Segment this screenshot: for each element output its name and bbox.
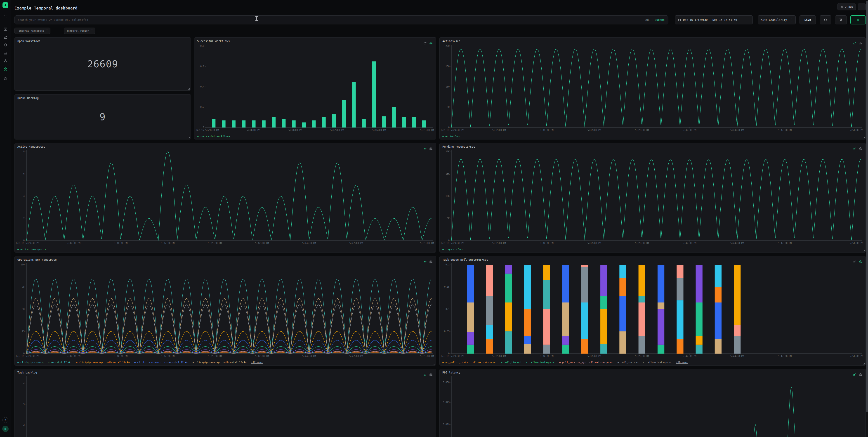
legend-item[interactable]: — action/sec: [442, 135, 460, 138]
filter-temporal-namespace[interactable]: Temporal namespace ⌃⌄: [14, 28, 51, 34]
svg-text:8: 8: [23, 150, 25, 153]
axiom-logo-icon[interactable]: [2, 2, 8, 8]
line-chart-toggle[interactable]: [852, 147, 857, 151]
svg-text:Dec 16 5:29:30 PM: Dec 16 5:29:30 PM: [16, 355, 39, 357]
svg-text:5:51:00 PM: 5:51:00 PM: [420, 129, 434, 131]
svg-text:5:51:00 PM: 5:51:00 PM: [850, 129, 863, 131]
operations-per-namespace-chart[interactable]: 0255075100Dec 16 5:29:30 PM5:32:00 PM5:3…: [16, 262, 434, 358]
stat-value: 9: [15, 94, 191, 139]
svg-text:5:46:00 PM: 5:46:00 PM: [372, 129, 386, 131]
filter-label: Temporal region: [67, 29, 89, 32]
run-query-button[interactable]: [850, 15, 866, 24]
help-button[interactable]: ?: [2, 417, 8, 423]
svg-text:5:47:00 PM: 5:47:00 PM: [349, 242, 363, 244]
resize-handle[interactable]: [434, 363, 435, 365]
panel-title: Pending requests/sec: [442, 145, 475, 148]
resize-handle[interactable]: [434, 137, 435, 138]
svg-text:5:44:30 PM: 5:44:30 PM: [730, 242, 744, 244]
active-namespaces-chart[interactable]: 02468Dec 16 5:29:30 PM5:32:00 PM5:34:30 …: [16, 149, 434, 246]
resize-handle[interactable]: [188, 88, 190, 90]
svg-text:0: 0: [23, 352, 25, 355]
text-cursor: [255, 16, 258, 21]
line-chart-toggle[interactable]: [423, 373, 427, 376]
dashboards-icon[interactable]: [3, 66, 8, 71]
kebab-menu-button[interactable]: ⋮: [858, 3, 866, 10]
line-chart-toggle[interactable]: [423, 260, 427, 263]
edit-filters-button[interactable]: [835, 15, 847, 24]
refresh-button[interactable]: [819, 15, 831, 24]
resize-handle[interactable]: [188, 137, 190, 138]
stream-icon[interactable]: [3, 51, 8, 55]
legend-item[interactable]: — clickpipes-aws-p..outheast-2.12c4n: [76, 361, 129, 364]
legend-item[interactable]: — clickpipes-aws-p..-us-east-1.12c4n: [134, 361, 188, 364]
legend-item[interactable]: — poll_success · c..-flow-task-queue: [618, 361, 671, 364]
filter-temporal-region[interactable]: Temporal region ⌃⌄: [64, 28, 95, 34]
bar-chart-toggle[interactable]: [429, 147, 433, 151]
line-chart-toggle[interactable]: [852, 41, 857, 45]
resize-handle[interactable]: [434, 250, 435, 251]
legend-more-link[interactable]: +56 more: [676, 361, 688, 364]
p95-latency-chart[interactable]: 0.0380.0290.019: [440, 375, 864, 437]
actions-per-sec-chart[interactable]: 050100150200Dec 16 5:29:30 PM5:32:00 PM5…: [440, 43, 864, 132]
granularity-value: Auto Granularity: [761, 18, 787, 22]
task-queue-poll-outcomes-chart[interactable]: 00.050.10.150.2Dec 16 5:29:30 PM5:32:00 …: [440, 262, 864, 358]
line-chart-toggle[interactable]: [852, 373, 857, 376]
date-range-picker[interactable]: Dec 16 17:29:30 - Dec 16 17:51:30: [675, 15, 753, 24]
settings-gear-icon[interactable]: [3, 76, 8, 81]
user-avatar[interactable]: D: [2, 426, 8, 432]
svg-text:5:32:00 PM: 5:32:00 PM: [492, 242, 506, 244]
query-icon[interactable]: [3, 35, 8, 39]
legend-item[interactable]: — requests/sec: [442, 248, 463, 251]
svg-text:5:47:00 PM: 5:47:00 PM: [778, 129, 792, 131]
legend-item[interactable]: — poll_timeout · c..-flow-task-queue: [501, 361, 555, 364]
legend-item[interactable]: — clickpipes-aws-p..outheast-2.12c4n: [193, 361, 246, 364]
live-button[interactable]: Live: [800, 15, 816, 24]
monitors-bell-icon[interactable]: [3, 42, 8, 48]
sidebar: ? D: [0, 0, 11, 437]
svg-text:5:34:30 PM: 5:34:30 PM: [114, 242, 127, 244]
bar-chart-toggle[interactable]: [429, 260, 433, 263]
datasets-icon[interactable]: [3, 27, 8, 32]
legend-more-link[interactable]: +12 more: [251, 361, 263, 364]
task-backlog-chart[interactable]: 432: [16, 375, 434, 437]
dashboard-page: ? D Example Temporal dashboard 0 Tags ⋮ …: [0, 0, 868, 437]
svg-text:5:51:00 PM: 5:51:00 PM: [420, 242, 434, 244]
svg-text:5:42:00 PM: 5:42:00 PM: [255, 242, 269, 244]
bar-chart-toggle[interactable]: [859, 373, 862, 376]
tags-button[interactable]: 0 Tags: [837, 3, 856, 10]
line-chart-toggle[interactable]: [852, 260, 857, 263]
bar-chart-toggle[interactable]: [859, 41, 862, 45]
scrollbar-thumb[interactable]: [866, 1, 868, 412]
bar-chart-toggle[interactable]: [429, 41, 433, 45]
resize-handle[interactable]: [863, 363, 865, 365]
resize-handle[interactable]: [863, 137, 865, 138]
panel-successful-workflows: Successful workflows 00.20.40.60.8Dec 16…: [194, 37, 436, 139]
svg-text:5:38:00 PM: 5:38:00 PM: [288, 129, 302, 131]
search-input[interactable]: [15, 18, 641, 22]
bar-chart-toggle[interactable]: [429, 373, 433, 376]
query-mode-toggle[interactable]: SQL | Lucene: [641, 18, 668, 22]
svg-text:0.038: 0.038: [443, 381, 450, 384]
successful-workflows-chart[interactable]: 00.20.40.60.8Dec 16 5:29:30 PM5:34:00 PM…: [195, 43, 434, 132]
mode-sql[interactable]: SQL: [645, 18, 650, 22]
chart-legend: — action/sec: [442, 135, 460, 138]
flows-icon[interactable]: [3, 58, 8, 63]
line-chart-toggle[interactable]: [423, 41, 427, 45]
svg-text:0.6: 0.6: [200, 65, 204, 68]
resize-handle[interactable]: [863, 250, 865, 251]
sidebar-toggle-icon[interactable]: [3, 14, 8, 19]
legend-item[interactable]: — clickpipes-aws-p..-us-east-2.12c4n: [18, 361, 71, 364]
legend-item[interactable]: — successful workflows: [197, 135, 230, 138]
line-chart-toggle[interactable]: [423, 147, 427, 151]
pending-requests-chart[interactable]: 05K10K15K20KDec 16 5:29:30 PM5:32:00 PM5…: [440, 149, 864, 246]
legend-item[interactable]: — poll_success_syn..-flow-task-queue: [559, 361, 613, 364]
svg-text:5:32:00 PM: 5:32:00 PM: [67, 355, 80, 357]
legend-item[interactable]: — no_poller_tasks ..-flow-task-queue: [442, 361, 496, 364]
legend-item[interactable]: — active namespaces: [18, 248, 46, 251]
granularity-select[interactable]: Auto Granularity ⌃⌄: [758, 15, 796, 24]
bar-chart-toggle[interactable]: [859, 260, 862, 263]
svg-text:200: 200: [445, 45, 450, 47]
svg-text:5:47:00 PM: 5:47:00 PM: [778, 242, 792, 244]
bar-chart-toggle[interactable]: [859, 147, 862, 151]
mode-lucene[interactable]: Lucene: [655, 18, 664, 22]
